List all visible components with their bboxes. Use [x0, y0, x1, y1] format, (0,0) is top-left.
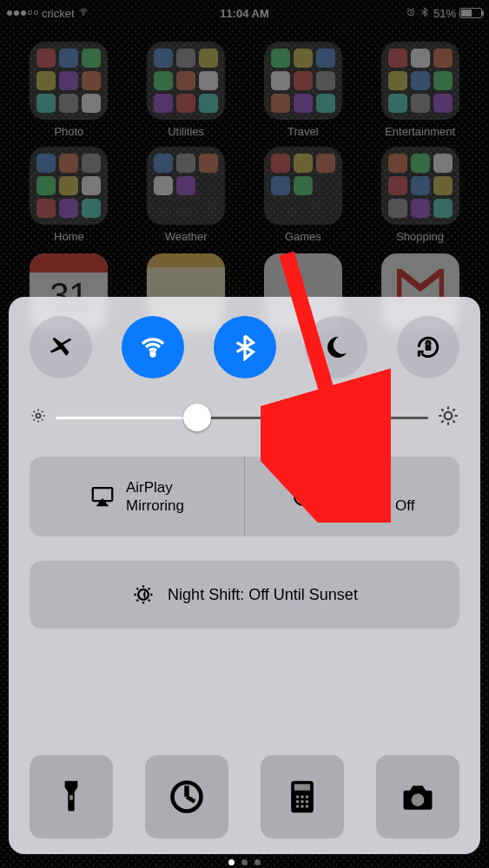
timer-icon [168, 778, 206, 816]
brightness-high-icon [437, 404, 459, 431]
svg-point-6 [36, 414, 41, 418]
calculator-button[interactable] [261, 755, 344, 838]
airplay-label-2: Mirroring [126, 496, 184, 515]
svg-point-19 [306, 795, 309, 799]
bluetooth-toggle[interactable] [214, 316, 276, 378]
svg-rect-5 [426, 345, 432, 351]
svg-point-23 [296, 805, 300, 808]
svg-point-18 [301, 795, 304, 799]
airplane-toggle[interactable] [30, 316, 92, 378]
timer-button[interactable] [145, 755, 228, 838]
svg-point-4 [151, 352, 155, 356]
control-center: AirPlay Mirroring AirDrop: Receiving Off… [9, 297, 480, 854]
moon-icon [322, 333, 350, 361]
brightness-thumb[interactable] [183, 404, 211, 431]
brightness-slider[interactable] [30, 404, 459, 431]
svg-rect-13 [69, 795, 73, 800]
svg-point-20 [296, 800, 300, 804]
svg-point-21 [301, 800, 304, 804]
calculator-icon [283, 778, 321, 816]
wifi-icon [139, 333, 167, 361]
brightness-track[interactable] [56, 417, 428, 419]
airplane-icon [47, 333, 75, 361]
svg-point-9 [301, 495, 305, 499]
night-shift-label: Night Shift: Off Until Sunset [168, 586, 358, 604]
svg-point-26 [412, 793, 425, 806]
night-shift-button[interactable]: Night Shift: Off Until Sunset [30, 561, 459, 628]
svg-point-17 [296, 795, 300, 799]
airdrop-label-2: Receiving Off [327, 496, 415, 515]
svg-point-24 [301, 805, 304, 808]
airplay-button[interactable]: AirPlay Mirroring [30, 457, 245, 536]
rotation-lock-icon [414, 333, 442, 361]
svg-point-25 [306, 805, 309, 808]
page-indicator [0, 859, 489, 865]
airdrop-label-1: AirDrop: [327, 478, 415, 496]
dnd-toggle[interactable] [305, 316, 367, 378]
bluetooth-icon [231, 333, 259, 361]
brightness-low-icon [30, 407, 47, 428]
night-shift-icon [131, 582, 155, 607]
camera-button[interactable] [376, 755, 459, 838]
rotation-lock-toggle[interactable] [397, 316, 459, 378]
svg-point-22 [306, 800, 309, 804]
airplay-icon [89, 483, 116, 510]
svg-rect-16 [294, 784, 310, 790]
airdrop-icon [290, 483, 316, 510]
wifi-toggle[interactable] [122, 316, 184, 378]
flashlight-button[interactable] [30, 755, 113, 838]
flashlight-icon [52, 778, 90, 816]
airplay-label-1: AirPlay [126, 478, 184, 496]
airdrop-button[interactable]: AirDrop: Receiving Off [245, 457, 459, 536]
svg-point-7 [445, 412, 453, 420]
camera-icon [399, 778, 437, 816]
